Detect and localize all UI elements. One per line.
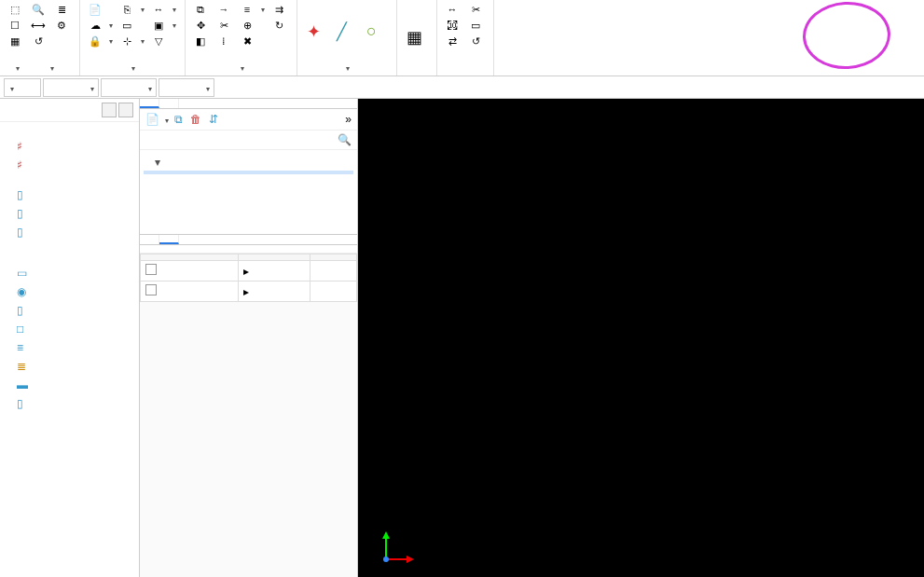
tree-item-grid[interactable]: ♯ (0, 137, 139, 156)
mod-dist-button[interactable]: ↔ (443, 2, 464, 17)
search-icon[interactable]: 🔍 (338, 133, 352, 146)
mod-pos-button[interactable]: ⇄ (443, 34, 464, 48)
length-dim-button[interactable]: ↔ (149, 2, 179, 17)
tree-item-floorstrip[interactable]: ▬ (0, 376, 139, 394)
rect-corr-button[interactable]: ▭ (466, 18, 488, 33)
tab-drawing-manage[interactable] (159, 99, 179, 108)
rect-icon: ▭ (469, 19, 482, 32)
tree-item-slab[interactable]: ▭ (0, 264, 139, 282)
list-child-grid1[interactable] (144, 171, 353, 174)
find-icon: 🔍 (32, 3, 45, 16)
selector-4[interactable] (159, 78, 214, 97)
hole-icon: □ (17, 323, 30, 336)
auto-align-button[interactable]: ▭ (117, 18, 147, 33)
cloud-check-button[interactable]: ☁ (86, 18, 116, 33)
tree-section-assembly (0, 413, 139, 420)
tree-item-slabrebar[interactable]: ≡ (0, 338, 139, 357)
lvlcopy-icon: ⇵ (209, 113, 218, 126)
extend-button[interactable]: → (214, 2, 236, 17)
move-button[interactable]: ✥ (191, 18, 213, 33)
prop-select-icon: ▦ (8, 34, 21, 48)
pick-component-button[interactable]: ⬚ (6, 2, 27, 17)
tree-item-spiral[interactable]: ◉ (0, 282, 139, 301)
selector-2[interactable] (43, 78, 99, 97)
canvas[interactable] (358, 99, 924, 577)
level-copy-button[interactable]: ⇵ (209, 113, 220, 126)
tree-item-slabhole[interactable]: □ (0, 320, 139, 338)
restore-cad-button[interactable]: ↺ (29, 34, 50, 48)
axis-gizmo (379, 529, 416, 570)
expand-icon[interactable]: ▸ (243, 265, 249, 278)
tree-item-masonry-col[interactable]: ▯ (0, 223, 139, 241)
restore-axis-button[interactable]: ↺ (466, 34, 488, 48)
list-root-grid[interactable] (144, 154, 353, 171)
search-input[interactable] (145, 133, 338, 146)
copy2-icon: ⧉ (174, 113, 183, 126)
point-button[interactable]: ✦ (303, 2, 331, 61)
two-point-icon: ⊹ (120, 34, 133, 48)
tree-item-haunch[interactable]: ▯ (0, 394, 139, 413)
checkbox[interactable] (145, 264, 157, 275)
recog-layer-button[interactable]: ≣ (52, 2, 74, 17)
cad-options-button[interactable]: ⚙ (52, 18, 74, 33)
selector-1[interactable] (4, 78, 41, 97)
break-icon: ⁞ (217, 34, 230, 48)
mirror-button[interactable]: ◧ (191, 34, 213, 48)
comp-store-button[interactable]: ▣ (149, 18, 179, 33)
tree-section-line (0, 130, 139, 137)
merge-button[interactable]: ⊕ (238, 18, 268, 33)
tab-layer-manage[interactable] (159, 235, 179, 244)
tab-prop-list[interactable] (140, 235, 159, 244)
auxaxis-icon: ♯ (17, 158, 30, 172)
selector-3[interactable] (101, 78, 157, 97)
tree-section-floor (0, 428, 139, 435)
expand-icon[interactable]: ▸ (243, 285, 249, 298)
tree-view-toggle[interactable] (102, 103, 133, 117)
highlight-annotation (801, 0, 892, 71)
rotate-button[interactable]: ↻ (269, 18, 291, 33)
repair-button[interactable]: ✂ (214, 18, 236, 33)
copy-comp-button[interactable]: ⧉ (174, 113, 185, 126)
modify-group-label (191, 61, 291, 74)
new-button[interactable]: 📄 (145, 113, 169, 126)
tree-item-neg-rebar[interactable]: ≣ (0, 357, 139, 376)
break-button[interactable]: ⁞ (214, 34, 236, 48)
draw-group-label (303, 61, 391, 74)
checkbox[interactable] (145, 284, 157, 295)
copy-button[interactable]: ⧉ (191, 2, 213, 17)
tree-item-column[interactable]: ▯ (0, 185, 139, 204)
mod-num-icon: ㉈ (446, 19, 459, 32)
dim-icon: ↔ (152, 3, 165, 16)
circle-button[interactable]: ○ (363, 2, 391, 61)
table-row[interactable]: ▸ (141, 282, 357, 302)
two-point-button[interactable]: ⊹ (117, 34, 147, 48)
tab-component-list[interactable] (140, 99, 159, 108)
lock-button[interactable]: 🔒 (86, 34, 116, 48)
align-button[interactable]: ≡ (238, 2, 268, 17)
delete-button[interactable]: ✖ (238, 34, 268, 48)
table-row[interactable]: ▸ (141, 261, 357, 282)
define-button[interactable]: 📄 (86, 2, 116, 17)
ribbon-group-define: 📄 ☁ 🔒 ⎘ ▭ ⊹ ↔ ▣ ▽ (80, 0, 186, 76)
set-scale-button[interactable]: ⟷ (29, 18, 50, 33)
offset-button[interactable]: ⇉ (269, 2, 291, 17)
negrebar-icon: ≣ (17, 360, 30, 373)
tree-item-auxaxis[interactable]: ♯ (0, 156, 139, 174)
component-list (140, 150, 357, 234)
mod-num-button[interactable]: ㉈ (443, 18, 464, 33)
recog-group-label (403, 72, 431, 74)
recog-grid-button[interactable]: ▦ (403, 2, 431, 72)
comp-filter-button[interactable]: ▽ (149, 34, 179, 48)
batch-select-button[interactable]: ☐ (6, 18, 27, 33)
line-button[interactable]: ╱ (333, 2, 361, 61)
tree-item-struct-col[interactable]: ▯ (0, 204, 139, 223)
toolbar-overflow[interactable]: » (345, 113, 352, 126)
trim-axis-button[interactable]: ✂ (466, 2, 488, 17)
delete-comp-button[interactable]: 🗑 (190, 113, 203, 126)
find-replace-button[interactable]: 🔍 (29, 2, 50, 17)
select-by-prop-button[interactable]: ▦ (6, 34, 27, 48)
layer-visibility-controls[interactable] (140, 245, 357, 254)
point-icon: ✦ (307, 21, 327, 42)
copy-other-button[interactable]: ⎘ (117, 2, 147, 17)
tree-item-colcap[interactable]: ▯ (0, 301, 139, 320)
